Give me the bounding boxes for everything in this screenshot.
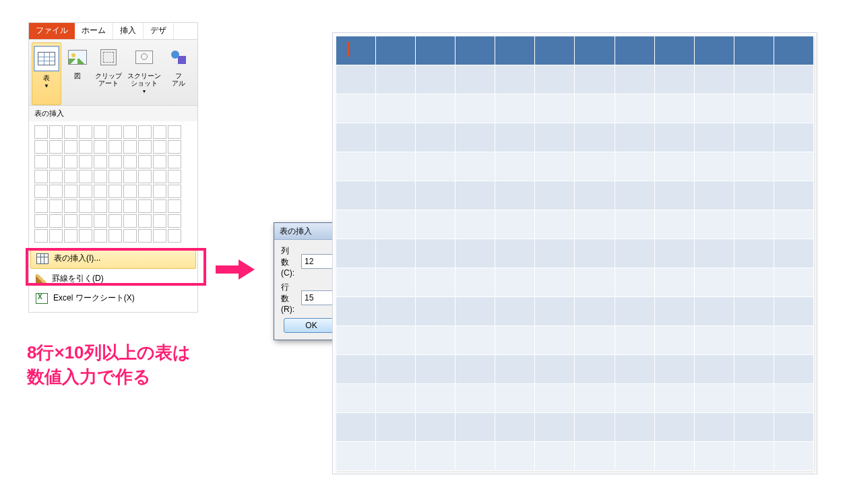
grid-cell[interactable]: [79, 214, 92, 228]
grid-cell[interactable]: [64, 214, 77, 228]
grid-cell[interactable]: [123, 229, 137, 243]
grid-cell[interactable]: [49, 170, 63, 183]
grid-cell[interactable]: [123, 214, 137, 228]
grid-cell[interactable]: [168, 155, 181, 168]
grid-cell[interactable]: [108, 170, 122, 183]
menu-excel-sheet[interactable]: Excel ワークシート(X): [29, 288, 197, 308]
grid-cell[interactable]: [123, 170, 137, 183]
grid-cell[interactable]: [49, 199, 63, 213]
grid-cell[interactable]: [34, 140, 48, 154]
ok-button[interactable]: OK: [284, 318, 339, 333]
table-cell: [495, 123, 535, 152]
grid-cell[interactable]: [64, 229, 77, 243]
grid-cell[interactable]: [64, 125, 77, 139]
grid-cell[interactable]: [94, 214, 107, 228]
grid-cell[interactable]: [64, 185, 77, 198]
grid-cell[interactable]: [34, 214, 48, 228]
menu-draw-table[interactable]: 罫線を引く(D): [29, 269, 197, 288]
ribbon-table-button[interactable]: 表 ▼: [32, 42, 61, 105]
grid-cell[interactable]: [138, 125, 152, 139]
grid-cell[interactable]: [168, 214, 181, 228]
tab-file[interactable]: ファイル: [29, 23, 75, 39]
grid-cell[interactable]: [138, 199, 152, 213]
grid-cell[interactable]: [34, 229, 48, 243]
grid-cell[interactable]: [153, 214, 166, 228]
grid-cell[interactable]: [153, 140, 166, 154]
grid-cell[interactable]: [153, 185, 166, 198]
grid-cell[interactable]: [79, 185, 92, 198]
grid-cell[interactable]: [108, 229, 122, 243]
grid-cell[interactable]: [168, 170, 181, 183]
grid-cell[interactable]: [64, 155, 77, 168]
grid-cell[interactable]: [138, 185, 152, 198]
dropdown-caret-icon: ▼: [44, 83, 49, 89]
grid-cell[interactable]: [94, 229, 107, 243]
grid-cell[interactable]: [138, 140, 152, 154]
grid-cell[interactable]: [94, 199, 107, 213]
table-grid-picker[interactable]: [29, 121, 197, 248]
ribbon-clipart-button[interactable]: クリップ アート: [94, 42, 123, 105]
grid-cell[interactable]: [49, 155, 63, 168]
grid-cell[interactable]: [79, 199, 92, 213]
dialog-title: 表の挿入: [280, 226, 312, 237]
grid-cell[interactable]: [123, 125, 137, 139]
ribbon-screenshot-button[interactable]: スクリーン ショット ▾: [126, 42, 162, 105]
tab-insert[interactable]: 挿入: [113, 23, 144, 39]
grid-cell[interactable]: [108, 155, 122, 168]
grid-cell[interactable]: [34, 170, 48, 183]
tab-design[interactable]: デザ: [144, 23, 174, 39]
ribbon-picture-button[interactable]: 図: [64, 42, 91, 105]
grid-cell[interactable]: [153, 170, 166, 183]
grid-cell[interactable]: [123, 185, 137, 198]
grid-cell[interactable]: [49, 214, 63, 228]
grid-cell[interactable]: [168, 199, 181, 213]
grid-cell[interactable]: [168, 125, 181, 139]
grid-cell[interactable]: [79, 155, 92, 168]
grid-cell[interactable]: [49, 229, 63, 243]
grid-cell[interactable]: [153, 199, 166, 213]
grid-cell[interactable]: [79, 125, 92, 139]
grid-cell[interactable]: [94, 125, 107, 139]
grid-cell[interactable]: [168, 229, 181, 243]
grid-cell[interactable]: [108, 140, 122, 154]
grid-cell[interactable]: [79, 170, 92, 183]
ribbon-shapes-button[interactable]: フ アル: [165, 42, 192, 105]
grid-cell[interactable]: [138, 214, 152, 228]
grid-cell[interactable]: [34, 185, 48, 198]
menu-insert-table[interactable]: 表の挿入(I)...: [30, 248, 196, 269]
grid-cell[interactable]: [34, 199, 48, 213]
tab-home[interactable]: ホーム: [75, 23, 113, 39]
grid-cell[interactable]: [34, 125, 48, 139]
grid-cell[interactable]: [108, 214, 122, 228]
grid-cell[interactable]: [94, 170, 107, 183]
grid-cell[interactable]: [79, 229, 92, 243]
table-cell: [694, 384, 734, 413]
table-cell: [734, 297, 774, 326]
grid-cell[interactable]: [138, 170, 152, 183]
grid-cell[interactable]: [168, 185, 181, 198]
grid-cell[interactable]: [108, 125, 122, 139]
grid-cell[interactable]: [64, 170, 77, 183]
grid-cell[interactable]: [94, 140, 107, 154]
grid-cell[interactable]: [168, 140, 181, 154]
grid-cell[interactable]: [123, 140, 137, 154]
grid-cell[interactable]: [153, 125, 166, 139]
grid-cell[interactable]: [123, 199, 137, 213]
grid-cell[interactable]: [108, 185, 122, 198]
grid-cell[interactable]: [64, 140, 77, 154]
ribbon-table-label: 表: [43, 74, 50, 82]
grid-cell[interactable]: [138, 155, 152, 168]
grid-cell[interactable]: [49, 185, 63, 198]
grid-cell[interactable]: [94, 185, 107, 198]
grid-cell[interactable]: [153, 155, 166, 168]
grid-cell[interactable]: [49, 125, 63, 139]
grid-cell[interactable]: [94, 155, 107, 168]
grid-cell[interactable]: [64, 199, 77, 213]
grid-cell[interactable]: [153, 229, 166, 243]
grid-cell[interactable]: [34, 155, 48, 168]
grid-cell[interactable]: [79, 140, 92, 154]
grid-cell[interactable]: [49, 140, 63, 154]
grid-cell[interactable]: [123, 155, 137, 168]
grid-cell[interactable]: [138, 229, 152, 243]
grid-cell[interactable]: [108, 199, 122, 213]
